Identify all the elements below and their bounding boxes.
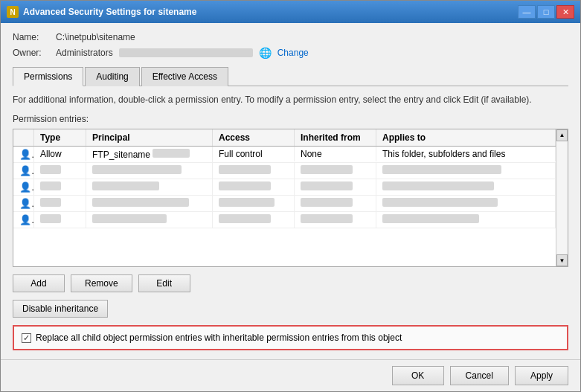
app-icon: N [7,6,19,18]
replace-checkbox[interactable]: ✓ [22,333,31,343]
name-row: Name: C:\inetpub\sitename [13,32,568,42]
tab-effective-access[interactable]: Effective Access [141,67,228,86]
maximize-button[interactable]: □ [537,5,555,19]
table-scrollbar[interactable]: ▲ ▼ [556,129,568,266]
window-title: Advanced Security Settings for sitename [23,7,196,17]
row-applies [376,212,556,228]
replace-checkbox-label: Replace all child object permission entr… [36,332,402,343]
header-icon [13,129,34,146]
edit-button[interactable]: Edit [138,274,190,292]
row-icon: 👤 [13,212,34,228]
owner-blurred [119,48,253,57]
header-inherited: Inherited from [295,129,376,146]
row-principal [86,179,213,195]
owner-value: Administrators [56,48,113,58]
remove-button[interactable]: Remove [71,274,132,292]
main-content: Name: C:\inetpub\sitename Owner: Adminis… [1,23,580,359]
disable-inheritance-button[interactable]: Disable inheritance [13,300,108,318]
row-icon: 👤 [13,179,34,195]
header-principal: Principal [86,129,213,146]
permission-entries-label: Permission entries: [13,114,568,124]
ok-button[interactable]: OK [392,366,444,385]
row-applies [376,163,556,179]
header-applies: Applies to [376,129,556,146]
row-applies: This folder, subfolders and files [376,147,556,161]
tab-auditing[interactable]: Auditing [85,67,139,86]
row-icon: 👤 [13,163,34,179]
row-inherited: None [295,147,376,161]
globe-icon: 🌐 [259,47,272,59]
name-value: C:\inetpub\sitename [56,32,135,42]
tab-permissions[interactable]: Permissions [13,67,83,86]
name-label: Name: [13,32,50,42]
user-icon: 👤 [19,149,34,160]
replace-checkbox-row: ✓ Replace all child object permission en… [13,325,568,350]
table-body: 👤 Allow FTP_sitename Full control None T… [13,147,556,266]
apply-button[interactable]: Apply [515,366,568,385]
table-row[interactable]: 👤 [13,212,556,228]
add-button[interactable]: Add [13,274,65,292]
row-access [213,196,295,211]
row-type [34,196,86,211]
row-applies [376,196,556,211]
owner-label: Owner: [13,48,50,58]
table-row[interactable]: 👤 Allow FTP_sitename Full control None T… [13,147,556,163]
checkmark-icon: ✓ [23,334,30,342]
row-type: Allow [34,147,86,161]
row-inherited [295,163,376,179]
row-access [213,212,295,228]
row-access: Full control [213,147,295,161]
title-bar: N Advanced Security Settings for sitenam… [1,1,580,23]
main-window: N Advanced Security Settings for sitenam… [0,0,581,392]
action-buttons: Add Remove Edit [13,274,568,292]
tabs-container: Permissions Auditing Effective Access [13,66,568,86]
row-access [213,163,295,179]
scroll-track [556,141,568,254]
row-inherited [295,179,376,195]
row-principal [86,163,213,179]
scroll-up-button[interactable]: ▲ [556,129,568,141]
cancel-button[interactable]: Cancel [450,366,509,385]
header-type: Type [34,129,86,146]
bottom-buttons: OK Cancel Apply [1,359,580,391]
row-principal [86,196,213,211]
row-type [34,212,86,228]
row-icon: 👤 [13,147,34,162]
title-bar-left: N Advanced Security Settings for sitenam… [7,6,196,18]
permissions-table: Type Principal Access Inherited from App… [13,129,568,267]
row-inherited [295,196,376,211]
table-row[interactable]: 👤 [13,179,556,196]
table-row[interactable]: 👤 [13,163,556,179]
disable-inheritance-container: Disable inheritance [13,300,568,318]
row-type [34,163,86,179]
close-button[interactable]: ✕ [556,5,574,19]
row-principal [86,212,213,228]
change-link[interactable]: Change [277,48,309,58]
row-access [213,179,295,195]
minimize-button[interactable]: — [518,5,536,19]
description-text: For additional information, double-click… [13,94,568,106]
title-controls: — □ ✕ [518,5,574,19]
table-row[interactable]: 👤 [13,196,556,212]
owner-row: Owner: Administrators 🌐 Change [13,47,568,59]
row-applies [376,179,556,195]
table-header: Type Principal Access Inherited from App… [13,129,556,147]
scroll-down-button[interactable]: ▼ [556,254,568,266]
row-type [34,179,86,195]
header-access: Access [213,129,295,146]
row-icon: 👤 [13,196,34,211]
row-principal: FTP_sitename [86,147,213,162]
row-inherited [295,212,376,228]
